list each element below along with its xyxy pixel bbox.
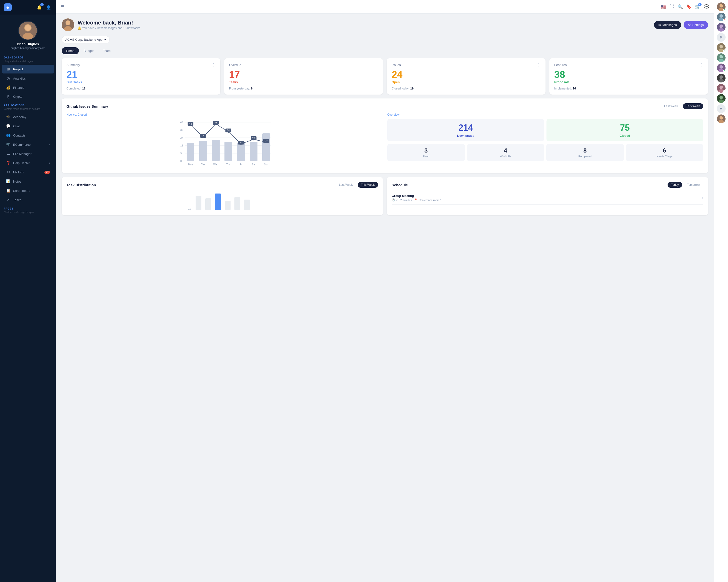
more-options-overdue[interactable]: ⋮ — [374, 62, 378, 67]
mini-num-fixed: 3 — [390, 147, 463, 154]
project-selector-label: ACME Corp. Backend App — [65, 38, 102, 41]
sidebar-item-ecommerce[interactable]: 🛒 ECommerce › — [2, 140, 54, 149]
sidebar-item-label: Chat — [13, 124, 20, 128]
sidebar-item-label: Contacts — [13, 134, 25, 137]
sidebar-item-project[interactable]: ⊞ Project — [2, 65, 54, 74]
rp-avatar-6[interactable] — [717, 63, 726, 72]
stat-label-overdue: Tasks — [229, 80, 378, 84]
cart-button[interactable]: 🛒 5 — [695, 4, 700, 9]
sidebar-item-finance[interactable]: 💰 Finance — [2, 83, 54, 92]
more-options-summary[interactable]: ⋮ — [212, 62, 215, 67]
contacts-icon: 👥 — [6, 133, 11, 138]
sidebar-item-scrumboard[interactable]: 📋 Scrumboard — [2, 186, 54, 195]
sidebar-item-analytics[interactable]: ◷ Analytics — [2, 74, 54, 83]
rp-avatar-8[interactable] — [717, 84, 726, 93]
crypto-icon: ₿ — [6, 94, 11, 99]
github-this-week-btn[interactable]: This Week — [683, 103, 703, 109]
rp-avatar-3[interactable] — [717, 23, 726, 31]
rp-avatar-4[interactable] — [717, 43, 726, 52]
svg-rect-23 — [237, 143, 245, 161]
stat-footer-val: 9 — [251, 87, 253, 90]
user-name: Brian Hughes — [0, 42, 56, 46]
online-indicator — [723, 9, 725, 11]
stat-number-overdue: 17 — [229, 70, 378, 79]
sidebar: ◆ 🔔 3 👤 Brian Hughes hughes.brian@compan… — [0, 0, 56, 582]
sidebar-item-crypto[interactable]: ₿ Crypto — [2, 92, 54, 101]
schedule-item-left: Group Meeting 🕐 in 32 minutes 📍 Conferen… — [392, 194, 443, 201]
svg-text:Sat: Sat — [252, 163, 255, 166]
tab-team[interactable]: Team — [99, 47, 115, 54]
sidebar-item-label: Analytics — [13, 77, 26, 80]
schedule-tomorrow-btn[interactable]: Tomorrow — [683, 182, 703, 188]
stat-label-summary: Due Tasks — [67, 80, 215, 84]
hamburger-button[interactable]: ☰ — [61, 4, 64, 9]
svg-text:Thu: Thu — [226, 163, 230, 166]
messages-button[interactable]: ✉ Messages — [654, 21, 681, 29]
notifications-button[interactable]: 🔔 3 — [36, 4, 43, 11]
github-last-week-btn[interactable]: Last Week — [661, 103, 681, 109]
stat-card-summary: Summary ⋮ 21 Due Tasks Completed: 13 — [62, 58, 220, 94]
sidebar-item-helpcenter[interactable]: ❓ Help Center › — [2, 159, 54, 167]
svg-point-43 — [227, 131, 229, 133]
more-options-features[interactable]: ⋮ — [699, 62, 703, 67]
sidebar-item-academy[interactable]: 🎓 Academy — [2, 113, 54, 121]
svg-rect-55 — [196, 196, 201, 210]
svg-rect-59 — [234, 197, 240, 210]
stat-footer-val: 13 — [82, 87, 85, 90]
stat-footer-features: Implemented: 16 — [554, 87, 703, 90]
tab-home[interactable]: Home — [62, 47, 79, 54]
chat-icon: 💬 — [6, 124, 11, 128]
github-title: Github Issues Summary — [67, 104, 108, 108]
applications-label: APPLICATIONS — [0, 101, 56, 108]
svg-text:Wed: Wed — [213, 163, 218, 166]
stat-number-features: 38 — [554, 70, 703, 79]
sidebar-header: ◆ 🔔 3 👤 — [0, 0, 56, 15]
sidebar-logo[interactable]: ◆ — [4, 3, 11, 11]
svg-point-89 — [720, 116, 723, 119]
stats-row: Summary ⋮ 21 Due Tasks Completed: 13 Ove… — [62, 58, 708, 94]
messages-button[interactable]: 💬 — [704, 4, 709, 9]
fullscreen-button[interactable]: ⛶ — [670, 4, 674, 9]
more-options-issues[interactable]: ⋮ — [537, 62, 541, 67]
rp-avatar-5[interactable] — [717, 53, 726, 62]
sidebar-item-notes[interactable]: 📝 Notes — [2, 177, 54, 186]
sidebar-item-label: Academy — [13, 115, 26, 119]
task-dist-this-week[interactable]: This Week — [358, 182, 378, 188]
sidebar-item-label: Crypto — [13, 95, 22, 99]
sidebar-item-chat[interactable]: 💬 Chat — [2, 122, 54, 131]
sidebar-item-tasks[interactable]: ✓ Tasks — [2, 195, 54, 204]
bookmark-button[interactable]: 🔖 — [686, 4, 692, 9]
svg-point-3 — [25, 25, 31, 31]
new-issues-label: New Issues — [391, 134, 540, 138]
sidebar-item-filemanager[interactable]: ☁ File Manager — [2, 149, 54, 158]
rp-avatar-10[interactable] — [717, 114, 726, 123]
rp-avatar-2[interactable] — [717, 12, 726, 21]
github-issues-card: Github Issues Summary Last Week This Wee… — [62, 99, 708, 173]
project-icon: ⊞ — [6, 67, 11, 71]
task-dist-last-week[interactable]: Last Week — [336, 182, 356, 188]
search-button[interactable]: 🔍 — [678, 4, 683, 9]
user-menu-button[interactable]: 👤 — [45, 4, 52, 11]
svg-point-71 — [720, 45, 723, 48]
rp-avatar-9[interactable] — [717, 94, 726, 103]
sidebar-item-contacts[interactable]: 👥 Contacts — [2, 131, 54, 140]
schedule-today-btn[interactable]: Today — [668, 182, 682, 188]
pages-sub: Custom made page designs — [0, 211, 56, 216]
online-indicator — [723, 19, 725, 21]
stat-number-summary: 21 — [67, 70, 215, 79]
sidebar-item-mailbox[interactable]: ✉ Mailbox 27 — [2, 168, 54, 176]
rp-letter-1[interactable]: M — [717, 33, 726, 42]
rp-letter-2[interactable]: M — [717, 104, 726, 113]
welcome-text: Welcome back, Brian! 🔔 You have 2 new me… — [78, 20, 140, 30]
mini-num-reopened: 8 — [549, 147, 622, 154]
schedule-arrow-button[interactable]: › — [702, 196, 703, 200]
svg-rect-20 — [199, 141, 207, 161]
settings-button[interactable]: ⚙ Settings — [683, 21, 708, 29]
flag-icon[interactable]: 🇺🇸 — [661, 4, 666, 9]
tab-budget[interactable]: Budget — [79, 47, 98, 54]
project-selector[interactable]: ACME Corp. Backend App ▾ — [62, 36, 110, 44]
rp-avatar-7[interactable] — [717, 74, 726, 82]
rp-avatar-1[interactable] — [717, 2, 726, 11]
topbar: ☰ 🇺🇸 ⛶ 🔍 🔖 🛒 5 💬 — [56, 0, 714, 13]
stat-footer-val: 19 — [410, 87, 414, 90]
